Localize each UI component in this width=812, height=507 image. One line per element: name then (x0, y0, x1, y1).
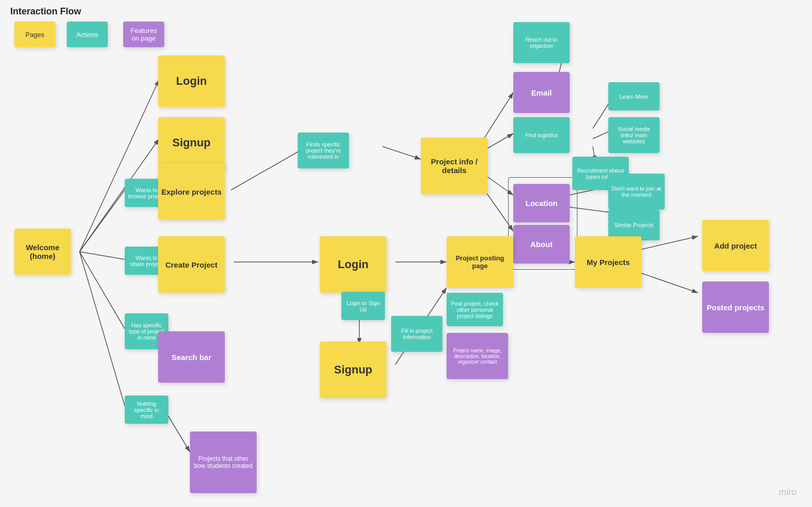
node-explore: Explore projects (158, 163, 225, 220)
node-social-media: Social media links/ main websites (608, 117, 660, 153)
node-finds-specific: Finds specific project they're intereste… (298, 133, 349, 168)
miro-label: miro (779, 487, 797, 498)
page-title: Interaction Flow (10, 6, 81, 17)
node-signup1: Signup (158, 117, 225, 168)
svg-line-3 (80, 190, 125, 252)
node-nothing-specific: Nothing specific in mind (125, 396, 168, 424)
node-create: Create Project (158, 236, 225, 293)
node-location: Location (513, 184, 570, 222)
node-signup2: Signup (320, 342, 386, 398)
node-about: About (513, 225, 570, 264)
svg-line-9 (80, 252, 125, 406)
node-my-projects: My Projects (575, 236, 642, 288)
node-add-project: Add project (702, 220, 769, 271)
node-posted-projects: Posted projects (702, 281, 769, 333)
node-project-info: Project info / details (421, 138, 488, 194)
legend-actions: Actions (67, 22, 108, 47)
legend-pages: Pages (14, 22, 55, 47)
svg-line-1 (80, 80, 159, 252)
node-email: Email (513, 72, 570, 113)
node-projects-bow: Projects that other bow students created (190, 431, 257, 493)
node-find-logistics: Find logistics (513, 117, 570, 153)
node-post-check: Post project, check other personal proje… (447, 293, 503, 326)
svg-line-5 (80, 252, 125, 259)
node-dont-want: Don't want to join at the moment (608, 174, 665, 210)
node-login-or-signup: Login or Sign Up (341, 292, 385, 320)
legend-features: Features on page (123, 22, 164, 47)
node-reach-organizer: Reach out to organizer (513, 22, 570, 63)
node-searchbar: Search bar (158, 331, 225, 383)
node-similar: Similar Projects (608, 210, 660, 240)
svg-line-11 (231, 149, 303, 190)
node-project-posting: Project posting page (447, 236, 513, 288)
node-login2: Login (320, 236, 386, 293)
node-project-details-sub: Project name, image, description, locati… (447, 333, 508, 379)
node-fill-info: Fill in project Information (391, 316, 442, 352)
node-learn-more: Learn More (608, 82, 660, 110)
node-login1: Login (158, 55, 225, 107)
node-welcome: Welcome (home) (14, 229, 71, 275)
svg-line-13 (382, 146, 421, 159)
svg-line-7 (80, 252, 125, 329)
